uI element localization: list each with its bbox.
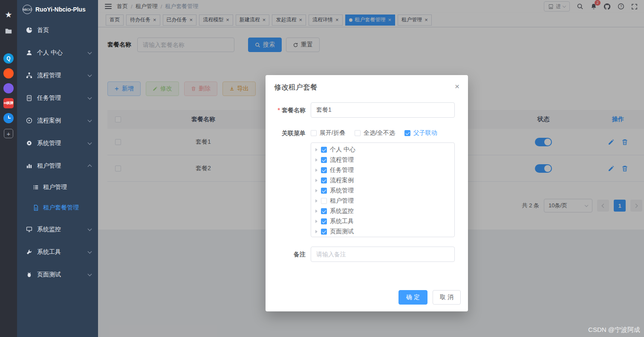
select-all-checkbox[interactable]: 全选/全不选 — [355, 129, 395, 137]
workflow-icon — [26, 72, 32, 79]
caret-right-icon[interactable] — [315, 230, 318, 233]
caret-right-icon[interactable] — [315, 148, 318, 151]
sidebar-item-process-cases[interactable]: 流程案例 — [17, 109, 98, 132]
menu-tree: 个人 中心 流程管理 任务管理 — [311, 142, 455, 237]
checkbox-icon[interactable] — [321, 208, 327, 214]
sidebar-item-label: 流程管理 — [37, 72, 88, 79]
dialog-body: 套餐名称 关联菜单 展开/折叠 全选/全不选 — [266, 96, 468, 262]
tree-node[interactable]: 页面测试 — [311, 227, 454, 237]
checkbox-icon[interactable] — [321, 188, 327, 194]
sidebar-item-system-tools[interactable]: 系统工具 — [17, 241, 98, 263]
dashboard-icon — [26, 27, 32, 34]
chevron-down-icon — [88, 272, 92, 276]
sidebar-subitem-tenant[interactable]: 租户管理 — [17, 177, 98, 198]
sidebar-item-system-monitor[interactable]: 系统监控 — [17, 218, 98, 241]
app-logo: NBCIO RuoYi-Nbcio-Plus — [17, 0, 98, 19]
chevron-up-icon — [88, 164, 92, 168]
logo-badge-icon: NBCIO — [23, 5, 32, 14]
checkbox-icon[interactable] — [321, 177, 327, 183]
app-shortcut-purple-icon[interactable] — [3, 83, 14, 93]
app-shortcut-orange-icon[interactable] — [3, 68, 14, 78]
sidebar-item-label: 系统监控 — [37, 226, 88, 233]
sidebar-item-tenant-management[interactable]: 租户管理 — [17, 154, 98, 177]
sidebar-item-home[interactable]: 首页 — [17, 19, 98, 41]
checkbox-icon[interactable] — [321, 229, 327, 235]
sidebar-item-system-management[interactable]: 系统管理 — [17, 132, 98, 154]
confirm-button[interactable]: 确 定 — [399, 290, 427, 305]
caret-right-icon[interactable] — [315, 168, 318, 172]
sidebar-item-process-management[interactable]: 流程管理 — [17, 64, 98, 87]
checkbox-icon[interactable] — [321, 147, 327, 153]
parent-child-link-checkbox[interactable]: 父子联动 — [404, 129, 437, 137]
monitor-icon — [26, 226, 32, 233]
app-title: RuoYi-Nbcio-Plus — [35, 6, 86, 13]
tree-options: 展开/折叠 全选/全不选 父子联动 — [311, 127, 455, 139]
add-shortcut-icon[interactable]: + — [4, 129, 13, 138]
tree-node[interactable]: 系统管理 — [311, 186, 454, 196]
document-icon — [32, 205, 39, 211]
sidebar-subitem-label: 租户套餐管理 — [43, 204, 79, 212]
list-icon — [32, 184, 39, 191]
checkbox-icon[interactable] — [321, 218, 327, 224]
checkbox-icon — [355, 130, 361, 136]
folder-icon[interactable] — [3, 26, 14, 36]
chevron-down-icon — [88, 140, 92, 145]
dialog-header: 修改租户套餐 × — [266, 75, 468, 96]
caret-right-icon[interactable] — [315, 189, 318, 192]
caret-right-icon[interactable] — [315, 179, 318, 182]
package-name-label: 套餐名称 — [266, 102, 311, 118]
sidebar-item-page-test[interactable]: 页面测试 — [17, 263, 98, 286]
caret-right-icon[interactable] — [315, 199, 318, 203]
wrench-icon — [26, 249, 32, 256]
play-circle-icon — [26, 117, 32, 124]
sidebar-item-label: 系统管理 — [37, 139, 88, 147]
tree-node[interactable]: 任务管理 — [311, 165, 454, 175]
expand-collapse-checkbox[interactable]: 展开/折叠 — [311, 129, 345, 137]
cancel-button[interactable]: 取 消 — [433, 290, 461, 305]
tree-node[interactable]: 租户管理 — [311, 196, 454, 206]
caret-right-icon[interactable] — [315, 209, 318, 213]
edit-tenant-package-dialog: 修改租户套餐 × 套餐名称 关联菜单 展开/折叠 — [266, 75, 468, 311]
checkbox-icon — [404, 130, 410, 136]
dialog-title: 修改租户套餐 — [274, 82, 318, 92]
checkbox-icon[interactable] — [321, 157, 327, 163]
remark-input[interactable] — [311, 247, 455, 262]
sidebar-subitem-tenant-package[interactable]: 租户套餐管理 — [17, 198, 98, 218]
gear-icon — [26, 140, 32, 147]
clipboard-icon — [26, 95, 32, 102]
chevron-down-icon — [88, 249, 92, 253]
sidebar-item-profile[interactable]: 个人 中心 — [17, 41, 98, 64]
chevron-down-icon — [88, 95, 92, 99]
sidebar-item-label: 页面测试 — [37, 271, 88, 279]
screen: ★ Q H棋牌 + NBCIO RuoYi-Nbcio-Plus 首页 个人 中… — [0, 0, 644, 337]
sidebar-item-label: 系统工具 — [37, 248, 88, 256]
dialog-footer: 确 定 取 消 — [399, 290, 461, 305]
close-icon[interactable]: × — [455, 82, 459, 90]
sidebar: NBCIO RuoYi-Nbcio-Plus 首页 个人 中心 流程管理 — [17, 0, 98, 337]
chevron-down-icon — [88, 227, 92, 231]
tree-node[interactable]: 系统监控 — [311, 206, 454, 216]
tree-node[interactable]: 流程管理 — [311, 155, 454, 165]
tree-node[interactable]: 个人 中心 — [311, 145, 454, 155]
caret-right-icon[interactable] — [315, 158, 318, 162]
app-shortcut-red-icon[interactable]: H棋牌 — [3, 98, 14, 108]
checkbox-icon[interactable] — [321, 167, 327, 173]
user-icon — [26, 49, 32, 56]
sidebar-subitem-label: 租户管理 — [43, 183, 67, 191]
remark-label: 备注 — [266, 247, 311, 262]
sidebar-item-label: 流程案例 — [37, 117, 88, 125]
package-name-input[interactable] — [311, 102, 455, 118]
checkbox-icon[interactable] — [321, 198, 327, 204]
browser-dock: ★ Q H棋牌 + — [0, 0, 17, 337]
favorites-star-icon[interactable]: ★ — [3, 9, 14, 20]
app-shortcut-blue-icon[interactable]: Q — [3, 53, 14, 64]
app-shortcut-clock-icon[interactable] — [3, 113, 14, 123]
tree-node[interactable]: 系统工具 — [311, 216, 454, 227]
sidebar-item-label: 任务管理 — [37, 94, 88, 102]
sidebar-item-task-management[interactable]: 任务管理 — [17, 87, 98, 109]
caret-right-icon[interactable] — [315, 220, 318, 223]
bug-icon — [26, 271, 32, 278]
chevron-down-icon — [88, 73, 92, 77]
tree-node[interactable]: 流程案例 — [311, 175, 454, 186]
sidebar-item-label: 个人 中心 — [37, 49, 88, 57]
